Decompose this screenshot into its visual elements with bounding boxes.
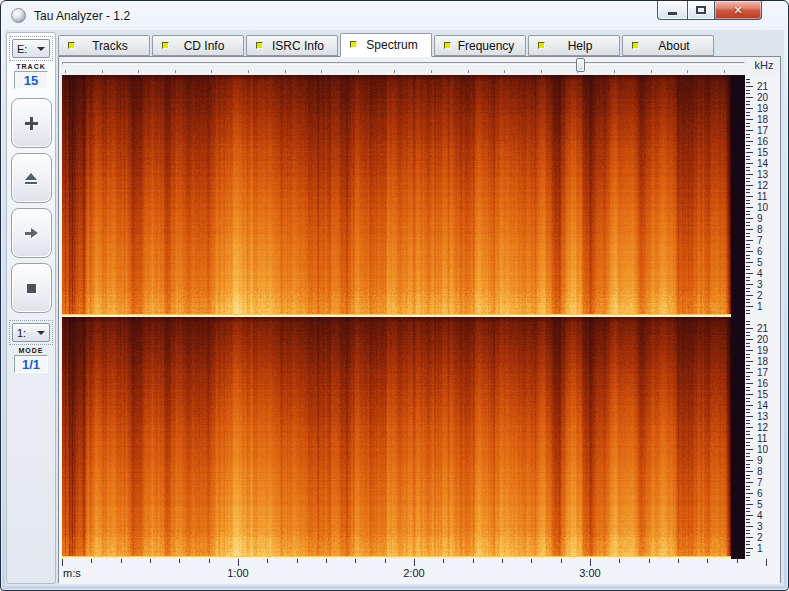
add-button[interactable]: [11, 98, 52, 148]
freq-tick: [746, 482, 753, 483]
freq-tick: [746, 266, 750, 267]
eject-icon: [25, 173, 37, 184]
freq-tick: [746, 365, 750, 366]
freq-tick: [746, 372, 753, 373]
freq-tick: [746, 548, 753, 549]
freq-tick: [746, 453, 750, 454]
freq-tick: [746, 530, 750, 531]
time-tick: [150, 559, 151, 563]
freq-tick: [746, 156, 750, 157]
close-button[interactable]: ✕: [715, 1, 762, 20]
tab-about[interactable]: About: [622, 35, 714, 56]
freq-tick: [746, 295, 753, 296]
slider-tick: [614, 70, 615, 73]
freq-tick: [746, 390, 750, 391]
tab-label: Frequency: [458, 39, 515, 53]
freq-tick-label: 3: [757, 522, 763, 532]
tab-help[interactable]: Help: [528, 35, 620, 56]
freq-tick: [746, 163, 753, 164]
slider-track[interactable]: [62, 62, 745, 65]
freq-tick: [746, 442, 750, 443]
slider-tick: [102, 70, 103, 73]
freq-tick: [746, 203, 750, 204]
tab-led-icon: [162, 42, 169, 49]
tab-cd-info[interactable]: CD Info: [152, 35, 244, 56]
time-tick: [209, 559, 210, 563]
freq-tick: [746, 130, 753, 131]
tab-isrc-info[interactable]: ISRC Info: [246, 35, 338, 56]
freq-tick: [746, 192, 750, 193]
freq-tick: [746, 218, 753, 219]
freq-tick-label: 19: [757, 346, 768, 356]
freq-tick: [746, 500, 750, 501]
freq-tick: [746, 258, 750, 259]
freq-tick: [746, 291, 750, 292]
tab-frequency[interactable]: Frequency: [434, 35, 526, 56]
time-tick: [443, 559, 444, 563]
eject-button[interactable]: [11, 153, 52, 203]
app-area: E: TRACK 15: [5, 30, 784, 586]
freq-tick: [746, 200, 750, 201]
freq-tick-label: 6: [757, 489, 763, 499]
slider-tick: [138, 70, 139, 73]
freq-tick: [746, 284, 753, 285]
drive-select[interactable]: E:: [12, 39, 50, 58]
freq-tick: [746, 321, 750, 322]
tab-label: About: [658, 39, 689, 53]
time-axis: m:s 1:002:003:00: [59, 559, 780, 584]
freq-tick: [746, 273, 753, 274]
freq-tick: [746, 302, 750, 303]
freq-tick-label: 9: [757, 214, 763, 224]
freq-tick: [746, 225, 750, 226]
freq-tick-label: 7: [757, 236, 763, 246]
freq-tick: [746, 236, 750, 237]
slider-tick: [394, 70, 395, 73]
freq-tick: [746, 475, 750, 476]
play-button[interactable]: [11, 208, 52, 258]
index-select[interactable]: 1:: [12, 323, 50, 342]
freq-tick: [746, 420, 750, 421]
freq-axis-left-channel: 123456789101112131415161718192021: [746, 75, 782, 317]
time-tick: [267, 559, 268, 563]
tab-spectrum[interactable]: Spectrum: [340, 33, 432, 57]
freq-tick: [746, 368, 750, 369]
freq-tick-label: 1: [757, 302, 763, 312]
freq-tick: [746, 332, 750, 333]
minimize-button[interactable]: [657, 1, 687, 20]
maximize-button[interactable]: [687, 1, 715, 20]
freq-tick-label: 2: [757, 291, 763, 301]
time-tick: [531, 559, 532, 563]
freq-tick: [746, 361, 753, 362]
freq-tick: [746, 508, 750, 509]
freq-tick: [746, 526, 753, 527]
freq-tick: [746, 101, 750, 102]
freq-axis-right-channel: 123456789101112131415161718192021: [746, 317, 782, 559]
time-tick: [502, 559, 503, 563]
freq-tick: [746, 299, 750, 300]
freq-tick-label: 17: [757, 126, 768, 136]
freq-tick-label: 10: [757, 445, 768, 455]
freq-tick: [746, 126, 750, 127]
freq-tick: [746, 398, 750, 399]
slider-tick: [175, 70, 176, 73]
freq-tick: [746, 357, 750, 358]
stop-button[interactable]: [11, 263, 52, 313]
time-tick-label: 1:00: [221, 567, 255, 579]
freq-tick: [746, 90, 750, 91]
freq-tick-label: 4: [757, 269, 763, 279]
tab-tracks[interactable]: Tracks: [58, 35, 150, 56]
freq-tick: [746, 394, 753, 395]
time-tick: [473, 559, 474, 563]
titlebar[interactable]: Tau Analyzer - 1.2 ✕: [1, 1, 788, 30]
freq-tick: [746, 189, 750, 190]
slider-row: kHz: [59, 57, 780, 75]
tab-led-icon: [256, 42, 263, 49]
freq-tick-label: 19: [757, 104, 768, 114]
freq-tick: [746, 306, 753, 307]
freq-tick: [746, 97, 753, 98]
time-tick: [766, 559, 767, 566]
position-slider[interactable]: [59, 57, 749, 75]
time-tick: [649, 559, 650, 563]
freq-tick: [746, 207, 753, 208]
transport-controls: [11, 98, 52, 313]
